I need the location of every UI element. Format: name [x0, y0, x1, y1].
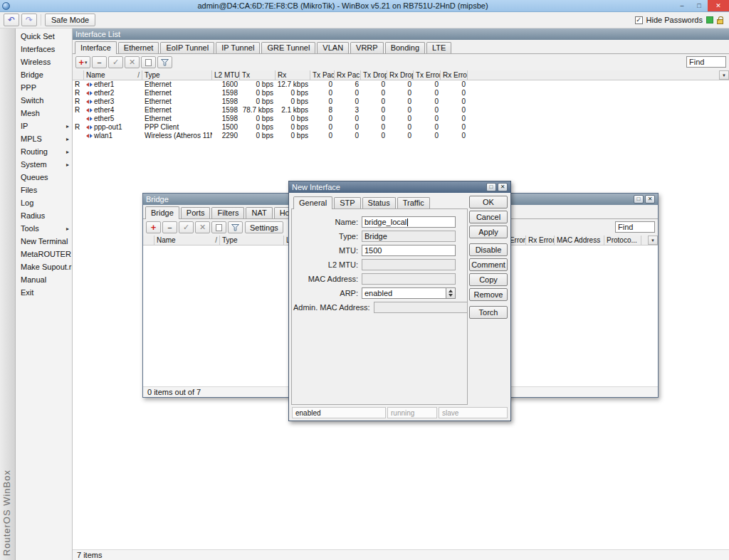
- tab-vrrp[interactable]: VRRP: [350, 42, 384, 53]
- sidebar-item-switch[interactable]: Switch: [16, 94, 72, 107]
- mtu-field[interactable]: 1500: [362, 245, 456, 256]
- enable-button[interactable]: ✓: [179, 221, 194, 233]
- sidebar-item-quick-set[interactable]: Quick Set: [16, 30, 72, 43]
- comment-button[interactable]: [141, 56, 156, 68]
- filter-button[interactable]: [157, 56, 172, 68]
- tab-ports[interactable]: Ports: [181, 207, 211, 218]
- disable-button[interactable]: Disable: [469, 243, 508, 256]
- table-row-wlan1[interactable]: wlan1Wireless (Atheros 11N)22900 bps0 bp…: [73, 132, 729, 140]
- tab-traffic[interactable]: Traffic: [397, 197, 430, 208]
- new-interface-titlebar[interactable]: New Interface □ ✕: [289, 181, 510, 193]
- sidebar-item-files[interactable]: Files: [16, 184, 72, 196]
- column-header-type[interactable]: Type: [142, 70, 212, 80]
- spinner-button[interactable]: [446, 288, 455, 298]
- table-row-ether5[interactable]: ether5Ethernet15980 bps0 bps000000: [73, 115, 729, 123]
- sidebar-item-ppp[interactable]: PPP: [16, 81, 72, 94]
- remove-button[interactable]: −: [92, 56, 107, 68]
- column-header-rx-drops[interactable]: Rx Drops: [387, 70, 414, 80]
- tab-gre-tunnel[interactable]: GRE Tunnel: [261, 42, 315, 53]
- tab-status[interactable]: Status: [362, 197, 396, 208]
- arp-field[interactable]: enabled: [362, 287, 456, 299]
- column-select-button[interactable]: ▼: [648, 236, 658, 245]
- tab-general[interactable]: General: [293, 196, 332, 209]
- tab-ip-tunnel[interactable]: IP Tunnel: [216, 42, 260, 53]
- enable-button[interactable]: ✓: [108, 56, 123, 68]
- sidebar-item-ip[interactable]: IP▸: [16, 120, 72, 132]
- column-header-tx-pac[interactable]: Tx Pac...: [310, 70, 335, 80]
- close-button[interactable]: ✕: [708, 0, 729, 11]
- torch-button[interactable]: Torch: [469, 306, 508, 319]
- column-header-rx-errors[interactable]: Rx Errors: [526, 236, 555, 245]
- cancel-button[interactable]: Cancel: [469, 211, 508, 223]
- minimize-button[interactable]: –: [673, 0, 691, 11]
- sidebar-item-radius[interactable]: Radius: [16, 209, 72, 222]
- table-row-ether2[interactable]: Rether2Ethernet15980 bps0 bps000000: [73, 89, 729, 97]
- comment-button[interactable]: [211, 221, 226, 233]
- column-header-tx-errors[interactable]: Tx Errors: [414, 70, 441, 80]
- sidebar-item-make-supout-rif[interactable]: Make Supout.rif: [16, 260, 72, 273]
- hide-passwords-checkbox[interactable]: ✓: [635, 16, 643, 24]
- sidebar-item-system[interactable]: System▸: [16, 158, 72, 171]
- sidebar-item-new-terminal[interactable]: New Terminal: [16, 235, 72, 248]
- column-header-type[interactable]: Type: [220, 236, 284, 245]
- sidebar-item-interfaces[interactable]: Interfaces: [16, 43, 72, 56]
- column-header-name[interactable]: Name/: [154, 236, 220, 245]
- filter-button[interactable]: [228, 221, 243, 233]
- ok-button[interactable]: OK: [469, 196, 508, 208]
- maximize-button[interactable]: □: [691, 0, 708, 11]
- sidebar-item-routing[interactable]: Routing▸: [16, 145, 72, 158]
- disable-button[interactable]: ✕: [125, 56, 140, 68]
- column-header-rx-errors[interactable]: Rx Errors: [441, 70, 468, 80]
- column-header-rx[interactable]: Rx: [276, 70, 310, 80]
- sidebar-item-bridge[interactable]: Bridge: [16, 68, 72, 81]
- find-input[interactable]: [615, 221, 655, 233]
- remove-button[interactable]: −: [162, 221, 177, 233]
- sidebar-item-log[interactable]: Log: [16, 196, 72, 209]
- settings-button[interactable]: Settings: [245, 221, 283, 233]
- column-header-rx-pac[interactable]: Rx Pac...: [335, 70, 361, 80]
- table-row-ether1[interactable]: Rether1Ethernet16000 bps12.7 kbps060000: [73, 80, 729, 89]
- close-button[interactable]: ✕: [645, 195, 655, 204]
- sidebar-item-tools[interactable]: Tools▸: [16, 222, 72, 235]
- close-button[interactable]: ✕: [498, 183, 508, 191]
- tab-stp[interactable]: STP: [334, 197, 360, 208]
- copy-button[interactable]: Copy: [469, 273, 508, 286]
- name-field[interactable]: bridge_local: [362, 216, 456, 228]
- add-interface-button[interactable]: +▾: [75, 56, 90, 68]
- comment-button[interactable]: Comment: [469, 258, 508, 271]
- tab-bonding[interactable]: Bonding: [385, 42, 425, 53]
- tab-nat[interactable]: NAT: [246, 207, 272, 218]
- disable-button[interactable]: ✕: [195, 221, 210, 233]
- tab-eoip-tunnel[interactable]: EoIP Tunnel: [160, 42, 214, 53]
- sidebar-item-wireless[interactable]: Wireless: [16, 56, 72, 68]
- sidebar-item-manual[interactable]: Manual: [16, 273, 72, 286]
- tab-bridge[interactable]: Bridge: [145, 206, 179, 219]
- sidebar-item-mesh[interactable]: Mesh: [16, 107, 72, 120]
- column-header-mac-address[interactable]: MAC Address: [555, 236, 604, 245]
- table-row-ether3[interactable]: Rether3Ethernet15980 bps0 bps000000: [73, 97, 729, 106]
- remove-button[interactable]: Remove: [469, 288, 508, 301]
- restore-button[interactable]: □: [634, 195, 644, 204]
- redo-button[interactable]: ↷: [21, 14, 37, 26]
- column-header-tx[interactable]: Tx: [240, 70, 276, 80]
- restore-button[interactable]: □: [486, 183, 496, 191]
- interface-list-titlebar[interactable]: Interface List: [73, 28, 729, 40]
- tab-lte[interactable]: LTE: [426, 42, 451, 53]
- table-row-ether4[interactable]: Rether4Ethernet159878.7 kbps2.1 kbps8300…: [73, 106, 729, 115]
- column-select-button[interactable]: ▼: [719, 70, 729, 80]
- undo-button[interactable]: ↶: [4, 14, 19, 26]
- sidebar-item-queues[interactable]: Queues: [16, 171, 72, 184]
- find-input[interactable]: [686, 56, 726, 68]
- column-header-name[interactable]: Name/: [84, 70, 142, 80]
- column-header-l2-mtu[interactable]: L2 MTU: [212, 70, 240, 80]
- sidebar-item-metarouter[interactable]: MetaROUTER: [16, 248, 72, 260]
- tab-filters[interactable]: Filters: [211, 207, 244, 218]
- safe-mode-button[interactable]: Safe Mode: [45, 14, 95, 26]
- tab-interface[interactable]: Interface: [75, 41, 117, 54]
- column-header-tx-drops[interactable]: Tx Drops: [361, 70, 387, 80]
- tab-ethernet[interactable]: Ethernet: [118, 42, 159, 53]
- apply-button[interactable]: Apply: [469, 226, 508, 238]
- window-titlebar[interactable]: admin@D4:CA:6D:7E:F8:CB (MikroTik) - Win…: [0, 0, 729, 12]
- table-row-ppp-out1[interactable]: Rppp-out1PPP Client15000 bps0 bps000000: [73, 123, 729, 132]
- tab-vlan[interactable]: VLAN: [317, 42, 349, 53]
